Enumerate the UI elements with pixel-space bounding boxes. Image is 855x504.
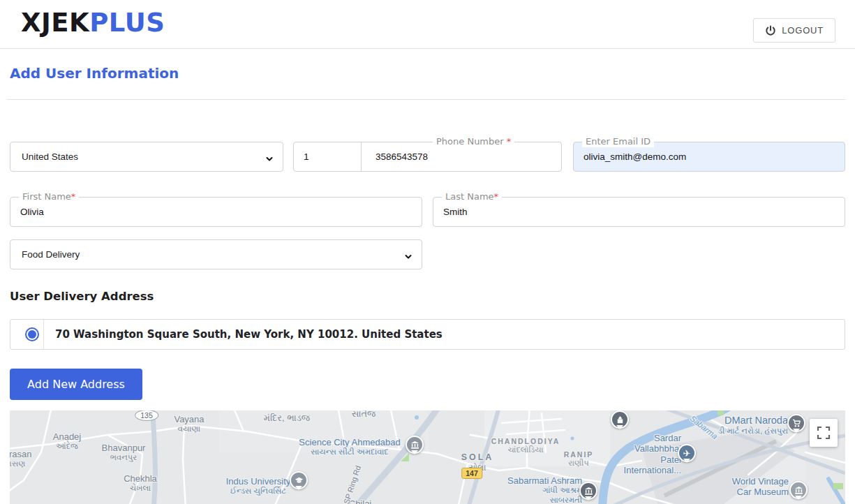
airplane-marker[interactable]: ✈ [678, 444, 696, 462]
radio-dot [28, 330, 36, 339]
address-section-title: User Delivery Address [10, 290, 154, 303]
map-label: Bhavanpurભવનપુર [102, 443, 146, 463]
map-label: CHANDLODIYAચાંદલોડિયા [491, 437, 560, 455]
museum-marker[interactable] [579, 482, 597, 500]
graduation-cap-marker[interactable] [290, 471, 308, 489]
email-field: Enter Email ID [573, 142, 845, 172]
logout-button[interactable]: LOGOUT [753, 18, 835, 43]
map-label: Vayanaવયાણા [174, 414, 204, 434]
country-code-input[interactable] [294, 142, 361, 171]
page-title: Add User Information [10, 65, 179, 82]
map-label: મંદિર, ભાડજ [264, 413, 310, 423]
map-fullscreen-button[interactable] [810, 419, 838, 447]
first-name-field: First Name* [10, 197, 422, 227]
email-label: Enter Email ID [582, 136, 654, 147]
power-icon [765, 25, 776, 36]
logout-label: LOGOUT [782, 25, 824, 36]
map-label: Science City Ahmedabadસાયન્સ સીટી અમદાવા… [299, 437, 400, 457]
landmark-marker[interactable] [611, 410, 629, 429]
logo-primary: XJEK [21, 8, 89, 38]
map-label: RANIPરાણીપ [564, 450, 594, 468]
chevron-down-icon [266, 154, 273, 161]
address-radio-cell [10, 320, 44, 349]
divider [7, 99, 845, 100]
top-bar: XJEKPLUS LOGOUT [0, 0, 855, 49]
road-badge-135: 135 [135, 410, 158, 421]
map-label: World VintageCar Museum [732, 476, 789, 498]
shopping-cart-marker[interactable] [787, 414, 805, 432]
map-label: Anadejઆંદેજ [53, 431, 81, 452]
chevron-down-icon [405, 252, 412, 259]
address-row: 70 Washington Square South, New York, NY… [10, 319, 845, 350]
fullscreen-icon [817, 426, 831, 440]
map-label: Sabarmati Ashramગાંધી આશ્રમસાબરમતી [507, 475, 582, 504]
phone-label: Phone Number * [433, 136, 514, 147]
map-label: DMart Narodaડી માર્ટ નરોડા, હંસપુરા [718, 415, 788, 436]
logo-accent: PLUS [89, 8, 165, 38]
add-user-page: XJEKPLUS LOGOUT Add User Information Uni… [0, 0, 855, 504]
map-label: Indus Universityઈન્ડસ યુનિવર્સિટ [226, 476, 290, 496]
map[interactable]: AnadejઆંદેજBhavanpurભવનપુરVayanaવયાણાChe… [10, 410, 845, 504]
map-label: Chekhlaચેખલા [124, 473, 157, 494]
last-name-label: Last Name* [442, 191, 502, 202]
app-logo[interactable]: XJEKPLUS [21, 8, 165, 38]
map-label: સાતેજ [352, 410, 376, 419]
address-text: 70 Washington Square South, New York, NY… [44, 320, 443, 349]
country-select-value: United States [22, 151, 78, 162]
address-radio[interactable] [25, 327, 39, 341]
museum-marker[interactable] [789, 481, 808, 499]
service-select-value: Food Delivery [22, 249, 80, 260]
country-select[interactable]: United States [10, 142, 283, 172]
map-label: SardarVallabhbhaiPatelInternational... [624, 433, 681, 475]
map-label: ndrasanડ્રાસણ [10, 449, 31, 469]
add-new-address-button[interactable]: Add New Address [10, 369, 142, 400]
phone-cell: Phone Number * [362, 142, 561, 171]
service-select[interactable]: Food Delivery [10, 239, 422, 269]
road-badge-147: 147 [461, 468, 482, 479]
country-code-cell [294, 142, 362, 171]
phone-group: Phone Number * [293, 142, 562, 172]
first-name-label: First Name* [19, 191, 79, 202]
last-name-field: Last Name* [433, 197, 845, 227]
museum-marker[interactable] [406, 436, 424, 454]
